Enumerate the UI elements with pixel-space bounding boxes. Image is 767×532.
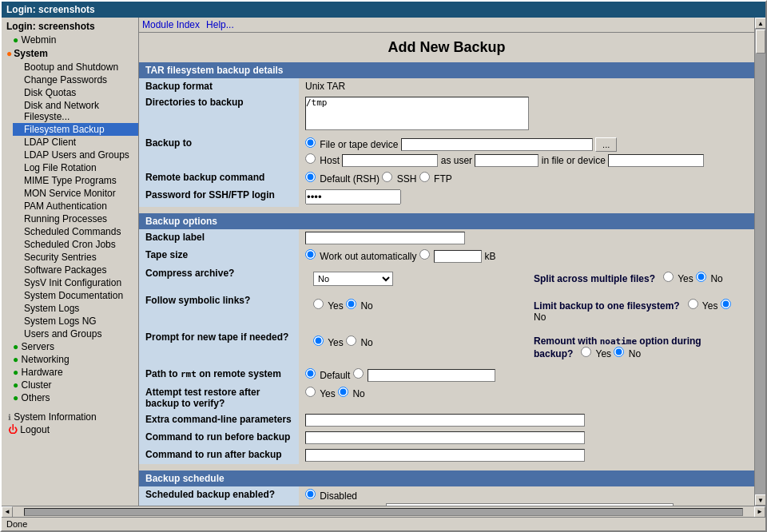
cmd-before-value [299, 429, 754, 447]
restore-no-radio[interactable] [338, 387, 348, 397]
sidebar-item-sysv[interactable]: SysV Init Configuration [13, 276, 138, 289]
backup-to-file-radio[interactable] [305, 137, 316, 148]
module-index-link[interactable]: Module Index [142, 19, 200, 30]
limit-no-radio[interactable] [721, 299, 731, 309]
restore-yes-radio[interactable] [305, 387, 316, 397]
sidebar-item-users-groups[interactable]: Users and Groups [13, 328, 138, 340]
sidebar-item-networking[interactable]: ● Networking [2, 353, 138, 366]
path-rmt-label: Path to rmt on remote system [139, 366, 299, 384]
symlinks-no-radio[interactable] [346, 299, 356, 309]
extra-params-label: Extra command-line parameters [139, 411, 299, 429]
tape-manual-radio[interactable] [419, 249, 430, 260]
password-input[interactable] [305, 189, 401, 204]
new-tape-yes-radio[interactable] [313, 335, 324, 346]
sidebar-item-others[interactable]: ● Others [2, 391, 138, 404]
rmt-path-input[interactable] [368, 369, 495, 382]
user-input[interactable] [475, 154, 538, 167]
file-device-input[interactable] [608, 154, 704, 167]
sidebar-item-webmin[interactable]: ● Webmin [2, 34, 138, 46]
sidebar: Login: screenshots ● Webmin ● System Boo… [2, 18, 139, 506]
sidebar-item-mime[interactable]: MIME Type Programs [13, 174, 138, 187]
scroll-right-button[interactable]: ► [754, 506, 765, 518]
sidebar-item-disk-quotas[interactable]: Disk Quotas [13, 86, 138, 99]
sidebar-item-cluster[interactable]: ● Cluster [2, 379, 138, 391]
sched-disabled-label: Disabled [320, 490, 357, 502]
split-no-radio[interactable] [696, 272, 706, 282]
rmt-default-label: Default [320, 370, 350, 381]
status-text: Done [6, 519, 27, 529]
compress-select[interactable]: No Yes - gzip Yes - bzip2 [313, 272, 393, 286]
limit-yes-radio[interactable] [688, 299, 698, 309]
sidebar-item-system-docs[interactable]: System Documentation [13, 289, 138, 302]
cmd-after-input[interactable] [305, 449, 585, 462]
symlinks-yes-radio[interactable] [313, 299, 324, 309]
sidebar-item-running-processes[interactable]: Running Processes [13, 212, 138, 225]
backup-to-file-input[interactable] [401, 138, 593, 151]
tape-kb-input[interactable] [434, 250, 482, 263]
sidebar-item-mon[interactable]: MON Service Monitor [13, 187, 138, 200]
backup-to-row: Backup to File or tape device ... Host a… [139, 135, 754, 169]
backup-to-host-radio[interactable] [305, 153, 316, 164]
rmt-default-radio[interactable] [305, 368, 316, 379]
help-link[interactable]: Help... [206, 19, 234, 30]
sidebar-item-system-logs[interactable]: System Logs [13, 302, 138, 315]
sidebar-item-ldap-users[interactable]: LDAP Users and Groups [13, 149, 138, 161]
new-tape-label: Prompt for new tape if needed? [139, 329, 299, 366]
symlinks-row: Follow symbolic links? Yes No [139, 292, 754, 329]
browse-button[interactable]: ... [595, 137, 617, 152]
sidebar-item-log-rotation[interactable]: Log File Rotation [13, 161, 138, 174]
password-row: Password for SSH/FTP login [139, 187, 754, 207]
remote-default-radio[interactable] [305, 172, 316, 182]
tape-auto-radio[interactable] [305, 249, 316, 260]
remount-yes-label: Yes [595, 348, 611, 359]
remount-no-radio[interactable] [614, 347, 624, 357]
main-window: Login: screenshots Login: screenshots ● … [0, 0, 767, 532]
sidebar-item-bootup[interactable]: Bootup and Shutdown [13, 61, 138, 73]
backup-label-row: Backup label [139, 229, 754, 247]
scroll-left-button[interactable]: ◄ [2, 506, 13, 518]
sidebar-item-scheduled-commands[interactable]: Scheduled Commands [13, 225, 138, 238]
path-rmt-row: Path to rmt on remote system Default [139, 366, 754, 384]
rmt-custom-radio[interactable] [353, 368, 364, 379]
backup-label-input[interactable] [305, 232, 465, 244]
sidebar-item-disk-network[interactable]: Disk and Network Filesyste... [13, 99, 138, 123]
sidebar-item-security[interactable]: Security Sentries [13, 251, 138, 264]
extra-params-row: Extra command-line parameters [139, 411, 754, 429]
sidebar-item-scheduled-cron[interactable]: Scheduled Cron Jobs [13, 238, 138, 251]
sidebar-item-logout[interactable]: ⏻ Logout [2, 423, 138, 436]
directories-row: Directories to backup /tmp [139, 94, 754, 135]
extra-params-input[interactable] [305, 414, 585, 427]
backup-format-label: Backup format [139, 78, 299, 94]
symlinks-yes-label: Yes [328, 300, 344, 312]
host-input[interactable] [342, 154, 438, 167]
scroll-down-button[interactable]: ▼ [755, 494, 765, 506]
remote-ftp-radio[interactable] [419, 172, 430, 182]
new-tape-value: Yes No Remount with noatime option durin… [299, 329, 754, 366]
cmd-before-input[interactable] [305, 431, 585, 444]
remount-yes-radio[interactable] [581, 347, 591, 357]
sidebar-item-filesystem-backup[interactable]: Filesystem Backup [13, 123, 138, 136]
content-area: Module Index Help... Add New Backup TAR … [139, 18, 754, 506]
password-label: Password for SSH/FTP login [139, 187, 299, 207]
new-tape-split: Yes No Remount with noatime option durin… [305, 332, 748, 363]
scroll-thumb[interactable] [756, 30, 765, 54]
split-yes-radio[interactable] [663, 272, 674, 282]
tape-size-label: Tape size [139, 247, 299, 265]
sidebar-item-servers[interactable]: ● Servers [2, 340, 138, 353]
sidebar-item-pam[interactable]: PAM Authentication [13, 200, 138, 212]
sidebar-item-system-logs-ng[interactable]: System Logs NG [13, 315, 138, 328]
new-tape-no-radio[interactable] [346, 335, 356, 346]
bottom-scroll: ◄ ► [2, 506, 765, 517]
directories-textarea[interactable]: /tmp [305, 97, 529, 130]
sched-disabled-radio[interactable] [305, 489, 316, 499]
sidebar-item-sysinfo[interactable]: ℹ System Information [2, 411, 138, 423]
right-scrollbar: ▲ ▼ [754, 18, 765, 506]
scroll-up-button[interactable]: ▲ [755, 18, 765, 29]
sidebar-item-software[interactable]: Software Packages [13, 264, 138, 276]
sidebar-item-hardware[interactable]: ● Hardware [2, 366, 138, 379]
remote-ssh-radio[interactable] [382, 172, 392, 182]
tape-auto-label: Work out automatically [320, 251, 416, 262]
sidebar-category-system[interactable]: ● System [2, 46, 138, 61]
sidebar-item-change-passwords[interactable]: Change Passwords [13, 73, 138, 86]
sidebar-item-ldap-client[interactable]: LDAP Client [13, 136, 138, 149]
